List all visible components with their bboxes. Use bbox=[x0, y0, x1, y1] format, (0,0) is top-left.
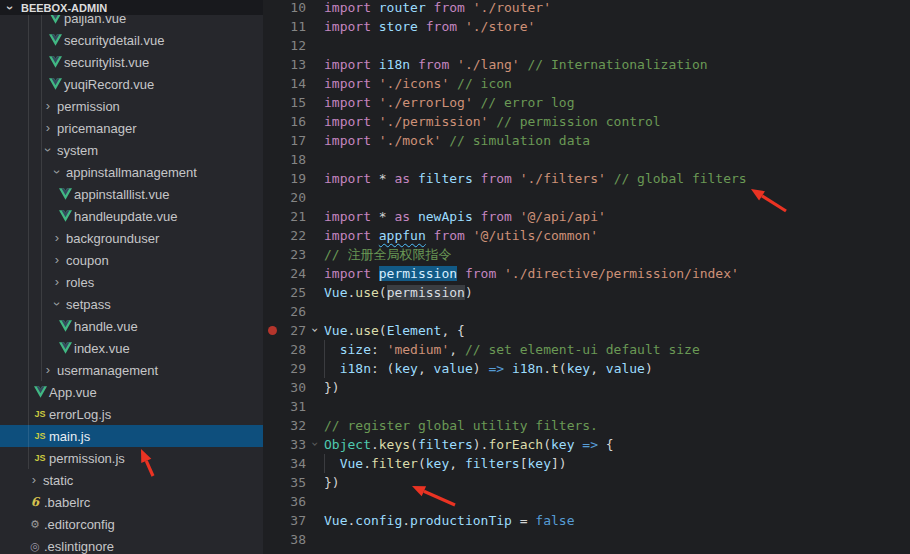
code-line-38[interactable]: 38 bbox=[263, 530, 910, 549]
code-line-20[interactable]: 20 bbox=[263, 188, 910, 207]
tree-item-appinstalllist-vue[interactable]: appinstalllist.vue bbox=[0, 183, 263, 205]
code-line-10[interactable]: 10import router from './router' bbox=[263, 0, 910, 17]
tree-item-roles[interactable]: ›roles bbox=[0, 271, 263, 293]
code-line-33[interactable]: 33›Object.keys(filters).forEach(key => { bbox=[263, 435, 910, 454]
tree-item-editorconfig[interactable]: ⚙.editorconfig bbox=[0, 513, 263, 535]
code-token: ( bbox=[418, 456, 426, 471]
chevron-right-icon[interactable]: › bbox=[41, 99, 55, 113]
line-number: 17 bbox=[281, 131, 306, 150]
chevron-right-icon[interactable]: › bbox=[50, 275, 64, 289]
chevron-down-icon[interactable]: › bbox=[41, 143, 55, 157]
code-token bbox=[606, 171, 614, 186]
breakpoint-gutter[interactable] bbox=[263, 326, 281, 335]
code-line-25[interactable]: 25Vue.use(permission) bbox=[263, 283, 910, 302]
code-text: Vue.config.productionTip = false bbox=[324, 511, 574, 530]
code-line-11[interactable]: 11import store from './store' bbox=[263, 17, 910, 36]
chevron-right-icon[interactable]: › bbox=[50, 253, 64, 267]
code-token: }) bbox=[324, 475, 340, 490]
tree-item-usermanagement[interactable]: ›usermanagement bbox=[0, 359, 263, 381]
tree-item-appinstallmanagement[interactable]: ›appinstallmanagement bbox=[0, 161, 263, 183]
code-line-19[interactable]: 19import * as filters from './filters' /… bbox=[263, 169, 910, 188]
code-line-18[interactable]: 18 bbox=[263, 150, 910, 169]
tree-item-main-js[interactable]: JSmain.js bbox=[0, 425, 263, 447]
fold-expand-icon[interactable]: › bbox=[308, 440, 322, 448]
code-line-21[interactable]: 21import * as newApis from '@/api/api' bbox=[263, 207, 910, 226]
code-token: . bbox=[402, 513, 410, 528]
chevron-right-icon[interactable]: › bbox=[27, 473, 41, 487]
tree-item-label: coupon bbox=[66, 253, 109, 268]
code-token bbox=[504, 361, 512, 376]
tree-item-handleupdate-vue[interactable]: handleupdate.vue bbox=[0, 205, 263, 227]
tree-item-babelrc[interactable]: 6.babelrc bbox=[0, 491, 263, 513]
code-line-24[interactable]: 24import permission from './directive/pe… bbox=[263, 264, 910, 283]
code-line-35[interactable]: 35}) bbox=[263, 473, 910, 492]
chevron-right-icon[interactable]: › bbox=[41, 121, 55, 135]
tree-item-system[interactable]: ›system bbox=[0, 139, 263, 161]
tree-item-index-vue[interactable]: index.vue bbox=[0, 337, 263, 359]
code-token: ) bbox=[645, 361, 653, 376]
code-token: . bbox=[363, 456, 371, 471]
breakpoint-dot[interactable] bbox=[268, 326, 277, 335]
code-token: , bbox=[418, 361, 434, 376]
vue-icon bbox=[59, 342, 72, 354]
code-line-37[interactable]: 37Vue.config.productionTip = false bbox=[263, 511, 910, 530]
code-line-22[interactable]: 22import appfun from '@/utils/common' bbox=[263, 226, 910, 245]
code-line-15[interactable]: 15import './errorLog' // error log bbox=[263, 93, 910, 112]
tree-item-label: usermanagement bbox=[57, 363, 158, 378]
tree-item-label: handleupdate.vue bbox=[74, 209, 177, 224]
code-token: as bbox=[394, 209, 417, 224]
code-line-36[interactable]: 36 bbox=[263, 492, 910, 511]
code-line-30[interactable]: 30}) bbox=[263, 378, 910, 397]
explorer-root-header[interactable]: › BEEBOX-ADMIN bbox=[0, 0, 263, 15]
chevron-right-icon[interactable]: › bbox=[50, 231, 64, 245]
code-line-27[interactable]: 27›Vue.use(Element, { bbox=[263, 321, 910, 340]
indent-guide bbox=[324, 359, 325, 378]
tree-item-handle-vue[interactable]: handle.vue bbox=[0, 315, 263, 337]
code-line-14[interactable]: 14import './icons' // icon bbox=[263, 74, 910, 93]
code-token: forEach bbox=[488, 437, 543, 452]
chevron-down-icon[interactable]: › bbox=[50, 297, 64, 311]
tree-item-eslintignore[interactable]: ◎.eslintignore bbox=[0, 535, 263, 554]
code-token: , bbox=[449, 342, 465, 357]
tree-item-securitydetail-vue[interactable]: securitydetail.vue bbox=[0, 29, 263, 51]
tree-item-pricemanager[interactable]: ›pricemanager bbox=[0, 117, 263, 139]
line-number: 12 bbox=[281, 36, 306, 55]
line-number: 36 bbox=[281, 492, 306, 511]
tree-item-yuqirecord-vue[interactable]: yuqiRecord.vue bbox=[0, 73, 263, 95]
code-line-29[interactable]: 29 i18n: (key, value) => i18n.t(key, val… bbox=[263, 359, 910, 378]
code-line-23[interactable]: 23// 注册全局权限指令 bbox=[263, 245, 910, 264]
line-number: 30 bbox=[281, 378, 306, 397]
tree-item-label: App.vue bbox=[49, 385, 97, 400]
tree-item-coupon[interactable]: ›coupon bbox=[0, 249, 263, 271]
code-line-12[interactable]: 12 bbox=[263, 36, 910, 55]
code-line-28[interactable]: 28 size: 'medium', // set element-ui def… bbox=[263, 340, 910, 359]
chevron-down-icon: › bbox=[3, 1, 17, 15]
code-line-31[interactable]: 31 bbox=[263, 397, 910, 416]
tree-item-permission[interactable]: ›permission bbox=[0, 95, 263, 117]
tree-item-app-vue[interactable]: App.vue bbox=[0, 381, 263, 403]
code-line-13[interactable]: 13import i18n from './lang' // Internati… bbox=[263, 55, 910, 74]
code-line-34[interactable]: 34 Vue.filter(key, filters[key]) bbox=[263, 454, 910, 473]
tree-item-permission-js[interactable]: JSpermission.js bbox=[0, 447, 263, 469]
fold-gutter[interactable]: › bbox=[306, 435, 324, 454]
tree-item-securitylist-vue[interactable]: securitylist.vue bbox=[0, 51, 263, 73]
chevron-right-icon[interactable]: › bbox=[41, 363, 55, 377]
babel-icon: 6 bbox=[31, 495, 39, 509]
code-token: filters bbox=[418, 437, 473, 452]
code-token bbox=[324, 361, 340, 376]
tree-item-static[interactable]: ›static bbox=[0, 469, 263, 491]
code-line-16[interactable]: 16import './permission' // permission co… bbox=[263, 112, 910, 131]
fold-expand-icon[interactable]: › bbox=[308, 326, 322, 334]
chevron-down-icon[interactable]: › bbox=[50, 165, 64, 179]
code-line-32[interactable]: 32// register global utility filters. bbox=[263, 416, 910, 435]
tree-item-label: permission bbox=[57, 99, 120, 114]
code-line-17[interactable]: 17import './mock' // simulation data bbox=[263, 131, 910, 150]
tree-item-setpass[interactable]: ›setpass bbox=[0, 293, 263, 315]
code-line-26[interactable]: 26 bbox=[263, 302, 910, 321]
tree-item-errorlog-js[interactable]: JSerrorLog.js bbox=[0, 403, 263, 425]
code-token: import bbox=[324, 133, 379, 148]
fold-gutter[interactable]: › bbox=[306, 321, 324, 340]
code-text: }) bbox=[324, 473, 340, 492]
code-token: ). bbox=[473, 437, 489, 452]
tree-item-backgrounduser[interactable]: ›backgrounduser bbox=[0, 227, 263, 249]
